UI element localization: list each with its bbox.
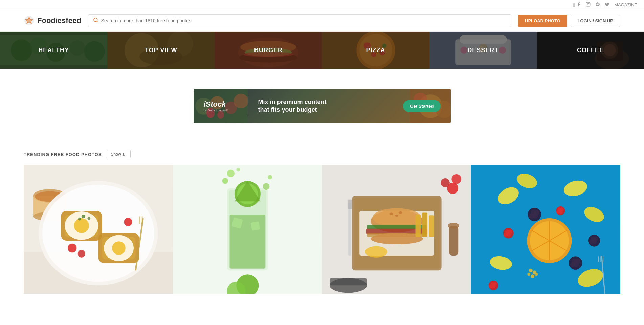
svg-point-135 [533,214,538,219]
search-input[interactable] [101,18,506,23]
search-icon [93,17,98,24]
svg-point-86 [222,178,228,184]
category-burger-label: BURGER [254,47,283,54]
svg-rect-83 [250,221,260,231]
instagram-icon[interactable] [586,2,591,8]
ad-text: Mix in premium content that fits your bu… [258,98,397,114]
svg-point-109 [365,246,387,258]
photo-col-3 [322,165,471,294]
svg-point-89 [263,183,269,190]
logo-text: Foodiesfeed [37,16,81,25]
photo-placeholder-2 [173,165,322,294]
svg-point-145 [592,240,597,244]
svg-point-72 [87,217,90,220]
ad-logo-text: iStock [204,100,226,109]
svg-point-160 [492,285,496,288]
category-healthy-label: HEALTHY [38,47,69,54]
svg-point-87 [268,175,272,179]
svg-point-100 [398,211,402,214]
svg-rect-106 [415,215,420,237]
category-coffee-label: COFFEE [577,47,604,54]
category-strip: HEALTHY TOP VIEW BURGER [0,32,644,69]
trending-title: TRENDING FREE FOOD PHOTOS [24,152,102,157]
svg-point-164 [531,274,535,278]
svg-point-67 [112,241,126,255]
svg-rect-0 [586,2,590,6]
facebook-icon[interactable]:  [573,2,581,8]
svg-point-1 [587,4,589,5]
svg-point-2 [589,3,590,3]
category-pizza-overlay: PIZZA [322,32,429,69]
svg-point-150 [507,232,511,237]
category-burger-overlay: BURGER [215,32,322,69]
svg-point-155 [559,210,563,214]
svg-point-88 [227,170,235,177]
svg-rect-108 [429,215,434,237]
category-dessert[interactable]: DESSERT [429,32,537,69]
svg-rect-116 [347,200,352,209]
photo-card-1[interactable] [24,165,173,294]
pinterest-icon[interactable] [595,2,600,8]
svg-rect-107 [422,212,427,237]
svg-rect-113 [449,226,458,256]
svg-point-70 [124,218,132,226]
photo-card-2[interactable] [173,165,322,294]
photo-col-4 [471,165,620,294]
svg-point-5 [94,18,97,22]
category-pizza[interactable]: PIZZA [322,32,429,69]
svg-point-90 [236,168,240,171]
category-dessert-label: DESSERT [467,47,498,54]
svg-point-165 [535,273,538,276]
trending-section: TRENDING FREE FOOD PHOTOS Show all [0,143,644,294]
svg-rect-118 [330,278,367,285]
logo-link[interactable]: Foodiesfeed [24,15,81,26]
category-burger[interactable]: BURGER [215,32,322,69]
login-signup-button[interactable]: LOGIN / SIGN UP [571,15,620,27]
svg-point-112 [451,174,461,184]
svg-point-163 [528,273,531,276]
svg-point-140 [574,262,579,267]
category-topview-label: TOP VIEW [145,47,177,54]
photo-card-4[interactable] [471,165,620,294]
svg-rect-115 [348,203,351,256]
category-healthy[interactable]: HEALTHY [0,32,107,69]
photo-placeholder-1 [24,165,173,294]
svg-point-98 [372,208,421,227]
show-all-button[interactable]: Show all [107,150,131,158]
photo-placeholder-4 [471,165,620,294]
svg-point-68 [68,244,76,252]
social-bar:  MAGAZINE [0,0,644,10]
ad-logo-sub: by Getty Images® [204,109,228,112]
category-topview[interactable]: TOP VIEW [107,32,215,69]
category-healthy-overlay: HEALTHY [0,32,107,69]
svg-point-99 [389,212,393,215]
ad-cta-button[interactable]: Get Started [403,100,440,112]
ad-logo-area: iStock by Getty Images® [204,100,238,112]
ad-divider [248,96,248,116]
category-coffee-overlay: COFFEE [537,32,644,69]
svg-point-71 [82,215,85,218]
search-bar [88,14,511,27]
category-topview-overlay: TOP VIEW [107,32,215,69]
category-dessert-overlay: DESSERT [429,32,537,69]
photo-card-3[interactable] [322,165,471,294]
upload-photo-button[interactable]: UPLOAD PHOTO [518,15,567,27]
ad-area: iStock by Getty Images® Mix in premium c… [0,79,644,133]
svg-point-161 [529,269,533,272]
svg-point-73 [78,218,81,221]
twitter-icon[interactable] [605,2,609,8]
logo-icon [24,15,35,26]
svg-point-69 [78,250,85,258]
svg-point-111 [441,178,449,187]
photo-placeholder-3 [322,165,471,294]
header-actions: UPLOAD PHOTO LOGIN / SIGN UP [518,15,620,27]
svg-point-114 [448,223,459,229]
photo-col-1 [24,165,173,294]
magazine-link[interactable]: MAGAZINE [614,2,637,7]
svg-point-105 [371,233,423,244]
photo-grid [24,165,620,294]
svg-point-101 [395,215,398,217]
ad-banner: iStock by Getty Images® Mix in premium c… [194,89,451,123]
category-coffee[interactable]: COFFEE [537,32,644,69]
svg-point-63 [74,218,89,233]
